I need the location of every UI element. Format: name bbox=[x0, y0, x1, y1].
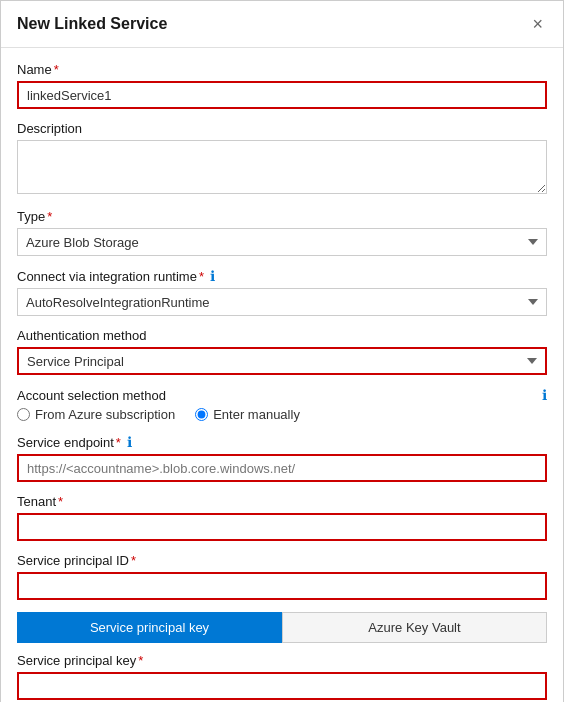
name-required-marker: * bbox=[54, 62, 59, 77]
service-endpoint-info-icon[interactable]: ℹ bbox=[127, 434, 132, 450]
type-required-marker: * bbox=[47, 209, 52, 224]
service-endpoint-input[interactable] bbox=[17, 454, 547, 482]
sp-id-required-marker: * bbox=[131, 553, 136, 568]
close-button[interactable]: × bbox=[528, 13, 547, 35]
description-input[interactable] bbox=[17, 140, 547, 194]
ir-info-icon[interactable]: ℹ bbox=[210, 268, 215, 284]
dialog-header: New Linked Service × bbox=[1, 1, 563, 48]
type-field-group: Type * Azure Blob Storage bbox=[17, 209, 547, 256]
radio-azure-subscription-input[interactable] bbox=[17, 408, 30, 421]
auth-method-label: Authentication method bbox=[17, 328, 547, 343]
service-principal-id-label: Service principal ID * bbox=[17, 553, 547, 568]
sp-key-required-marker: * bbox=[138, 653, 143, 668]
account-selection-field-group: Account selection method ℹ From Azure su… bbox=[17, 387, 547, 422]
integration-runtime-label: Connect via integration runtime * ℹ bbox=[17, 268, 547, 284]
type-label: Type * bbox=[17, 209, 547, 224]
service-principal-key-label: Service principal key * bbox=[17, 653, 547, 668]
type-select[interactable]: Azure Blob Storage bbox=[17, 228, 547, 256]
auth-method-select[interactable]: Service Principal bbox=[17, 347, 547, 375]
dialog-title: New Linked Service bbox=[17, 15, 167, 33]
dialog-body: Name * Description Type * Azure Blob Sto… bbox=[1, 48, 563, 702]
integration-runtime-select[interactable]: AutoResolveIntegrationRuntime bbox=[17, 288, 547, 316]
radio-azure-subscription[interactable]: From Azure subscription bbox=[17, 407, 175, 422]
radio-enter-manually[interactable]: Enter manually bbox=[195, 407, 300, 422]
tenant-required-marker: * bbox=[58, 494, 63, 509]
service-endpoint-field-group: Service endpoint * ℹ bbox=[17, 434, 547, 482]
service-endpoint-label: Service endpoint * ℹ bbox=[17, 434, 547, 450]
service-endpoint-required-marker: * bbox=[116, 435, 121, 450]
account-selection-info-icon[interactable]: ℹ bbox=[542, 387, 547, 403]
name-field-group: Name * bbox=[17, 62, 547, 109]
service-principal-id-input[interactable] bbox=[17, 572, 547, 600]
name-input[interactable] bbox=[17, 81, 547, 109]
tenant-input[interactable] bbox=[17, 513, 547, 541]
account-selection-label: Account selection method bbox=[17, 388, 166, 403]
tab-service-principal-key[interactable]: Service principal key bbox=[17, 612, 282, 643]
key-tab-bar: Service principal key Azure Key Vault bbox=[17, 612, 547, 643]
service-principal-key-input[interactable] bbox=[17, 672, 547, 700]
name-label: Name * bbox=[17, 62, 547, 77]
description-field-group: Description bbox=[17, 121, 547, 197]
account-selection-radio-group: From Azure subscription Enter manually bbox=[17, 407, 547, 422]
description-label: Description bbox=[17, 121, 547, 136]
tab-azure-key-vault[interactable]: Azure Key Vault bbox=[282, 612, 547, 643]
tenant-label: Tenant * bbox=[17, 494, 547, 509]
tenant-field-group: Tenant * bbox=[17, 494, 547, 541]
integration-runtime-field-group: Connect via integration runtime * ℹ Auto… bbox=[17, 268, 547, 316]
auth-method-field-group: Authentication method Service Principal bbox=[17, 328, 547, 375]
radio-enter-manually-input[interactable] bbox=[195, 408, 208, 421]
service-principal-key-field-group: Service principal key * bbox=[17, 653, 547, 700]
new-linked-service-dialog: New Linked Service × Name * Description … bbox=[0, 0, 564, 702]
service-principal-id-field-group: Service principal ID * bbox=[17, 553, 547, 600]
ir-required-marker: * bbox=[199, 269, 204, 284]
